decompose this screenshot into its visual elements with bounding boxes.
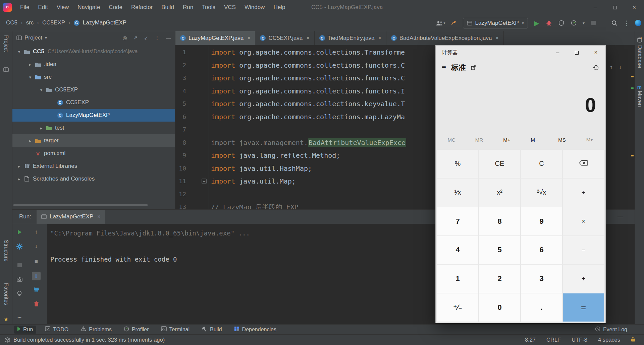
warning-mark[interactable] bbox=[631, 76, 634, 77]
more-options-icon[interactable]: ⋮ bbox=[155, 35, 160, 41]
menu-item-code[interactable]: Code bbox=[104, 0, 127, 15]
calc-key-clear-entry[interactable]: CE bbox=[479, 150, 520, 178]
tree-row-test[interactable]: ▸test bbox=[12, 122, 175, 134]
caret-position[interactable]: 8:27 bbox=[525, 337, 536, 343]
profiler-icon[interactable] bbox=[570, 19, 578, 27]
menu-item-help[interactable]: Help bbox=[269, 0, 289, 15]
calc-key-square[interactable]: x² bbox=[479, 179, 520, 207]
close-tab-icon[interactable]: × bbox=[97, 214, 100, 220]
calc-key-subtract[interactable]: − bbox=[563, 236, 604, 264]
close-tab-icon[interactable]: × bbox=[247, 35, 250, 41]
memory-m--button[interactable]: M− bbox=[521, 134, 548, 145]
locate-file-icon[interactable]: ◎ bbox=[123, 35, 127, 41]
collaboration-users-icon[interactable]: ▾ bbox=[436, 19, 445, 27]
chevron-right-icon[interactable]: ▸ bbox=[37, 126, 45, 131]
scroll-to-end-icon[interactable]: ⇩ bbox=[32, 272, 41, 280]
breadcrumb-item[interactable]: CC5 bbox=[6, 19, 17, 26]
breadcrumb-item[interactable]: CC5EXP bbox=[42, 19, 65, 26]
delete-icon[interactable] bbox=[32, 299, 41, 308]
project-panel-title[interactable]: Project bbox=[24, 34, 42, 41]
menu-item-build[interactable]: Build bbox=[157, 0, 178, 15]
memory-ms-button[interactable]: MS bbox=[548, 134, 576, 145]
calc-key-divide[interactable]: ÷ bbox=[563, 179, 604, 207]
chevron-down-icon[interactable]: ▾ bbox=[583, 21, 585, 25]
fold-icon[interactable]: − bbox=[202, 179, 207, 184]
warning-mark[interactable] bbox=[631, 155, 634, 156]
menu-item-window[interactable]: Window bbox=[240, 0, 269, 15]
more-actions-icon[interactable]: ••• bbox=[15, 313, 24, 322]
maven-icon[interactable]: m bbox=[637, 84, 642, 90]
close-tab-icon[interactable]: × bbox=[378, 35, 381, 41]
file-encoding[interactable]: UTF-8 bbox=[572, 337, 587, 343]
menu-item-run[interactable]: Run bbox=[178, 0, 198, 15]
menu-item-refactor[interactable]: Refactor bbox=[127, 0, 157, 15]
close-tab-icon[interactable]: × bbox=[495, 35, 498, 41]
tool-window-icon[interactable] bbox=[3, 67, 9, 73]
settings-gear-icon[interactable] bbox=[15, 242, 24, 251]
calc-key-equals[interactable]: = bbox=[563, 293, 604, 322]
hide-panel-icon[interactable]: — bbox=[618, 213, 623, 220]
editor-tab[interactable]: CBadAttributeValueExpException.java× bbox=[386, 31, 504, 45]
run-configuration-select[interactable]: LazyMapGetEXP ▾ bbox=[463, 18, 528, 28]
memory-m--button[interactable]: M▾ bbox=[576, 134, 603, 145]
minimize-button[interactable]: – bbox=[586, 0, 605, 15]
close-button[interactable]: × bbox=[586, 46, 605, 60]
calc-key-4[interactable]: 4 bbox=[437, 236, 478, 264]
rerun-button[interactable] bbox=[15, 228, 24, 236]
menu-item-navigate[interactable]: Navigate bbox=[73, 0, 104, 15]
calc-key-3[interactable]: 3 bbox=[521, 265, 562, 293]
hide-panel-icon[interactable]: — bbox=[166, 35, 171, 41]
menu-item-vcs[interactable]: VCS bbox=[220, 0, 240, 15]
stop-button[interactable] bbox=[590, 19, 597, 27]
tree-row-pom-xml[interactable]: Vpom.xml bbox=[12, 147, 175, 160]
stop-button[interactable] bbox=[15, 261, 24, 269]
menu-item-view[interactable]: View bbox=[52, 0, 73, 15]
run-tab[interactable]: LazyMapGetEXP × bbox=[37, 210, 105, 224]
calculator-titlebar[interactable]: 计算器 – × bbox=[436, 46, 605, 60]
search-icon[interactable] bbox=[611, 19, 618, 27]
close-button[interactable]: × bbox=[625, 0, 644, 15]
line-separator[interactable]: CRLF bbox=[546, 337, 561, 343]
breadcrumb-item[interactable]: src bbox=[26, 19, 34, 26]
editor-tab[interactable]: CLazyMapGetEXP.java× bbox=[175, 31, 255, 45]
calc-key-decimal[interactable]: . bbox=[521, 293, 562, 322]
lightbulb-icon[interactable] bbox=[15, 289, 24, 298]
editor-tab[interactable]: CTiedMapEntry.java× bbox=[315, 31, 386, 45]
run-button[interactable]: ▶ bbox=[533, 19, 540, 27]
database-icon[interactable] bbox=[637, 37, 642, 44]
tool-window-button-run[interactable]: Run bbox=[14, 326, 36, 334]
more-options-icon[interactable]: ⋮ bbox=[623, 19, 630, 27]
menu-item-file[interactable]: File bbox=[16, 0, 34, 15]
lock-icon[interactable] bbox=[631, 337, 635, 343]
previous-occurrence-icon[interactable]: ↑ bbox=[610, 61, 613, 74]
print-icon[interactable] bbox=[32, 285, 41, 294]
calc-key-2[interactable]: 2 bbox=[479, 265, 520, 293]
soft-wrap-icon[interactable]: ≡ bbox=[32, 257, 41, 266]
chevron-down-icon[interactable]: ▾ bbox=[37, 87, 45, 92]
ok-mark[interactable] bbox=[631, 87, 634, 89]
calc-key-clear[interactable]: C bbox=[521, 150, 562, 178]
tool-window-button-dependencies[interactable]: Dependencies bbox=[231, 325, 280, 334]
tool-window-button-event-log[interactable]: Event Log bbox=[592, 325, 631, 334]
tree-row-lazymapgetexp[interactable]: CLazyMapGetEXP bbox=[12, 109, 175, 122]
horizontal-scrollbar[interactable] bbox=[13, 204, 148, 206]
calc-key-add[interactable]: + bbox=[563, 265, 604, 293]
sidebar-item-database[interactable]: Database bbox=[637, 45, 643, 68]
maximize-button[interactable] bbox=[567, 46, 586, 60]
tool-window-button-todo[interactable]: TODO bbox=[42, 325, 72, 334]
sidebar-item-maven[interactable]: Maven bbox=[637, 91, 643, 107]
debug-bug-icon[interactable] bbox=[545, 19, 553, 27]
calc-key-percent[interactable]: % bbox=[437, 150, 478, 178]
chevron-down-icon[interactable]: ▾ bbox=[45, 36, 47, 40]
sidebar-item-favorites[interactable]: Favorites bbox=[3, 283, 9, 305]
tree-row-cc5exp[interactable]: CCC5EXP bbox=[12, 96, 175, 109]
circular-badge-icon[interactable] bbox=[635, 20, 641, 26]
tree-row-target[interactable]: ▸target bbox=[12, 134, 175, 147]
tree-row-cc5exp[interactable]: ▾CC5EXP bbox=[12, 83, 175, 96]
tool-window-button-terminal[interactable]: Terminal bbox=[158, 325, 193, 334]
calc-key-backspace[interactable] bbox=[563, 150, 604, 178]
tool-window-button-profiler[interactable]: Profiler bbox=[120, 325, 152, 334]
calc-key-reciprocal[interactable]: ¹∕x bbox=[437, 179, 478, 207]
down-arrow-icon[interactable]: ↓ bbox=[32, 242, 41, 251]
memory-mc-button[interactable]: MC bbox=[438, 134, 465, 145]
